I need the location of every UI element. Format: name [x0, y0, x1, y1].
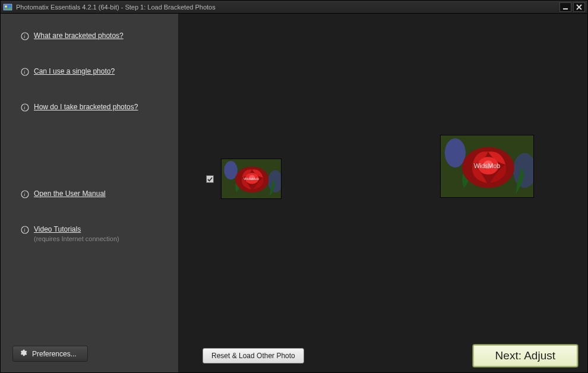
help-link-how-take-bracketed[interactable]: How do I take bracketed photos?	[34, 103, 138, 111]
app-icon	[3, 2, 12, 12]
help-item-single-photo: i Can I use a single photo?	[21, 67, 165, 78]
info-icon: i	[21, 103, 29, 113]
help-item-user-manual: i Open the User Manual	[21, 189, 165, 200]
help-link-video-tutorials[interactable]: Video Tutorials	[34, 225, 119, 233]
gear-icon	[19, 349, 27, 359]
info-icon: i	[21, 226, 29, 236]
preferences-button[interactable]: Preferences...	[12, 346, 88, 362]
photo-thumbnail[interactable]: WidsMob	[221, 159, 282, 199]
info-icon: i	[21, 32, 29, 42]
svg-text:WidsMob: WidsMob	[474, 162, 501, 169]
svg-rect-2	[563, 8, 568, 10]
reset-load-button[interactable]: Reset & Load Other Photo	[203, 348, 304, 363]
window-title: Photomatix Essentials 4.2.1 (64-bit) - S…	[16, 4, 559, 11]
thumbnail-row: WidsMob	[206, 159, 282, 199]
preferences-label: Preferences...	[32, 350, 77, 358]
window-controls	[559, 2, 585, 12]
svg-text:i: i	[24, 33, 26, 39]
help-link-what-are-bracketed[interactable]: What are bracketed photos?	[34, 31, 124, 40]
minimize-button[interactable]	[559, 2, 571, 12]
close-button[interactable]	[573, 2, 585, 12]
app-window: Photomatix Essentials 4.2.1 (64-bit) - S…	[0, 0, 588, 373]
svg-text:i: i	[24, 69, 26, 75]
sidebar: i What are bracketed photos? i Can I use…	[1, 14, 179, 372]
preview-area: WidsMob	[179, 14, 587, 339]
svg-text:i: i	[24, 227, 26, 233]
main-footer: Reset & Load Other Photo Next: Adjust	[179, 339, 587, 372]
help-link-user-manual[interactable]: Open the User Manual	[34, 189, 106, 198]
main-panel: WidsMob	[179, 14, 587, 372]
app-body: i What are bracketed photos? i Can I use…	[1, 14, 587, 372]
help-item-bracketed-photos: i What are bracketed photos?	[21, 31, 165, 42]
title-bar: Photomatix Essentials 4.2.1 (64-bit) - S…	[1, 1, 587, 14]
photo-preview: WidsMob	[440, 135, 534, 198]
help-sub-internet-required: (requires Internet connection)	[34, 235, 119, 242]
svg-text:i: i	[24, 105, 26, 110]
next-adjust-button[interactable]: Next: Adjust	[473, 344, 578, 367]
svg-text:i: i	[24, 191, 26, 197]
help-item-how-take: i How do I take bracketed photos?	[21, 103, 165, 113]
sidebar-footer: Preferences...	[1, 339, 178, 372]
help-list: i What are bracketed photos? i Can I use…	[1, 14, 178, 339]
svg-text:WidsMob: WidsMob	[244, 176, 260, 181]
svg-point-14	[224, 161, 238, 179]
help-link-single-photo[interactable]: Can I use a single photo?	[34, 67, 115, 75]
info-icon: i	[21, 190, 29, 200]
help-item-video-tutorials: i Video Tutorials (requires Internet con…	[21, 225, 165, 242]
info-icon: i	[21, 68, 29, 78]
svg-point-21	[445, 138, 466, 167]
thumbnail-checkbox[interactable]	[206, 175, 214, 183]
